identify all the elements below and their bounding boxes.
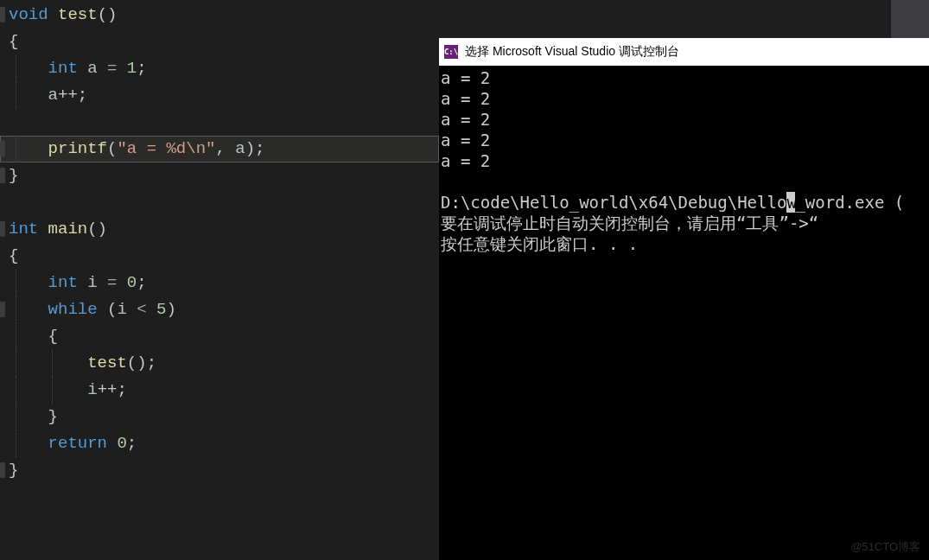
code-line[interactable]: printf("a = %d\n", a); — [0, 136, 439, 162]
code-line[interactable]: { — [0, 323, 439, 350]
code-text: i++; — [7, 380, 127, 399]
code-line[interactable]: i++; — [0, 377, 439, 404]
indent-guide — [16, 350, 16, 377]
debug-console-window[interactable]: C:\ 选择 Microsoft Visual Studio 调试控制台 a =… — [439, 38, 929, 560]
code-line[interactable]: } — [0, 457, 439, 484]
indent-guide — [16, 55, 16, 82]
indent-guide — [16, 430, 16, 457]
code-text: printf("a = %d\n", a); — [7, 139, 265, 158]
code-text: int a = 1; — [7, 59, 147, 78]
indent-guide — [16, 136, 16, 162]
code-text: return 0; — [7, 434, 137, 453]
console-hint-line: 要在调试停止时自动关闭控制台，请启用“工具”->“ — [441, 213, 927, 233]
code-text: } — [7, 461, 18, 480]
console-line: a = 2 — [441, 109, 927, 130]
code-line[interactable] — [0, 109, 439, 136]
indent-guide — [16, 323, 16, 350]
code-line[interactable]: { — [0, 29, 439, 55]
console-line: a = 2 — [441, 130, 927, 150]
code-text: int i = 0; — [7, 273, 147, 292]
gutter-marker — [0, 168, 5, 183]
gutter-marker — [0, 221, 5, 237]
console-title: 选择 Microsoft Visual Studio 调试控制台 — [465, 44, 679, 60]
code-text: } — [7, 407, 58, 426]
code-text: { — [7, 32, 18, 51]
indent-guide — [16, 377, 16, 404]
indent-guide — [16, 296, 16, 323]
console-line: a = 2 — [441, 150, 927, 171]
gutter-marker — [0, 462, 5, 478]
console-cursor: w — [786, 192, 795, 213]
code-text: } — [7, 166, 18, 185]
console-line: a = 2 — [441, 88, 927, 109]
code-text: int main() — [7, 220, 107, 239]
code-editor[interactable]: void test(){ int a = 1; a++; printf("a =… — [0, 0, 439, 560]
console-blank-line — [441, 171, 927, 192]
indent-guide — [16, 270, 16, 296]
code-line[interactable]: test(); — [0, 350, 439, 377]
console-hint-line: 按任意键关闭此窗口. . . — [441, 233, 927, 254]
code-text: { — [7, 246, 18, 265]
code-text — [7, 112, 9, 131]
code-text: void test() — [7, 5, 117, 24]
code-line[interactable] — [0, 189, 439, 216]
console-output[interactable]: a = 2a = 2a = 2a = 2a = 2D:\code\Hello_w… — [439, 66, 929, 256]
code-text: a++; — [7, 86, 87, 105]
console-icon: C:\ — [444, 45, 458, 59]
code-line[interactable]: a++; — [0, 82, 439, 109]
watermark: @51CTO博客 — [850, 539, 920, 555]
code-line[interactable]: void test() — [0, 2, 439, 29]
indent-guide — [52, 377, 53, 404]
code-line[interactable]: int main() — [0, 216, 439, 243]
indent-guide — [16, 82, 16, 109]
gutter-marker — [0, 141, 5, 156]
indent-guide — [52, 350, 53, 377]
code-text — [7, 193, 9, 212]
console-line: a = 2 — [441, 67, 927, 88]
code-text: while (i < 5) — [7, 300, 176, 319]
code-text: test(); — [7, 353, 156, 372]
indent-guide — [16, 404, 16, 430]
code-line[interactable]: int i = 0; — [0, 270, 439, 296]
code-line[interactable]: } — [0, 404, 439, 430]
code-line[interactable]: return 0; — [0, 430, 439, 457]
console-path-line: D:\code\Hello_world\x64\Debug\Hellow_wor… — [441, 192, 927, 213]
console-titlebar[interactable]: C:\ 选择 Microsoft Visual Studio 调试控制台 — [439, 38, 929, 66]
gutter-marker — [0, 302, 5, 317]
code-text: { — [7, 327, 58, 346]
code-line[interactable]: int a = 1; — [0, 55, 439, 82]
code-line[interactable]: while (i < 5) — [0, 296, 439, 323]
gutter-marker — [0, 7, 5, 22]
code-line[interactable]: } — [0, 162, 439, 189]
code-line[interactable]: { — [0, 243, 439, 270]
top-tab-placeholder — [891, 0, 929, 38]
